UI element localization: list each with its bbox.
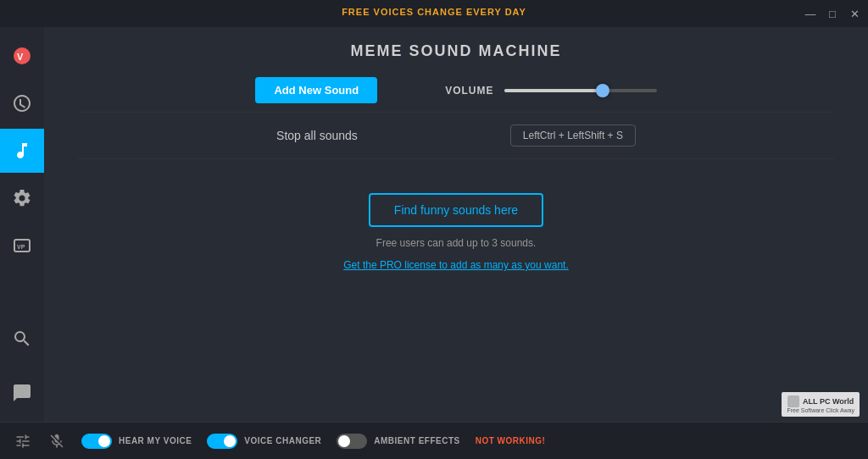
ambient-effects-group: AMBIENT EFFECTS xyxy=(337,434,459,449)
chat-icon xyxy=(12,383,32,403)
bottom-bar: HEAR MY VOICE VOICE CHANGER AMBIENT EFFE… xyxy=(0,422,868,459)
page-title-area: MEME SOUND MACHINE xyxy=(44,27,868,69)
svg-text:VP: VP xyxy=(17,244,25,250)
voice-changer-group: VOICE CHANGER xyxy=(207,434,321,449)
close-button[interactable]: ✕ xyxy=(848,7,861,20)
sidebar-item-search[interactable] xyxy=(0,317,44,361)
sidebar-item-settings[interactable] xyxy=(0,176,44,220)
free-users-text: Free users can add up to 3 sounds. xyxy=(376,237,537,249)
center-content: Find funny sounds here Free users can ad… xyxy=(44,159,868,288)
volume-control: VOLUME xyxy=(445,85,656,97)
sidebar-item-chat[interactable] xyxy=(0,371,44,415)
status-not-working: NOT WORKING! xyxy=(476,436,546,445)
sidebar-item-vp[interactable]: VP xyxy=(0,224,44,268)
add-sound-button[interactable]: Add New Sound xyxy=(255,77,377,103)
volume-slider[interactable] xyxy=(504,89,657,92)
pro-license-link[interactable]: Get the PRO license to add as many as yo… xyxy=(343,259,568,271)
ambient-effects-label: AMBIENT EFFECTS xyxy=(374,436,459,445)
search-icon xyxy=(12,329,32,349)
controls-row: Add New Sound VOLUME xyxy=(44,69,868,112)
announcement-text: FREE VOICES CHANGE EVERY DAY xyxy=(342,7,526,17)
stop-sounds-hotkey: LeftCtrl + LeftShift + S xyxy=(510,124,636,147)
voice-changer-toggle[interactable] xyxy=(207,434,237,449)
title-bar: FREE VOICES CHANGE EVERY DAY — □ ✕ xyxy=(0,0,868,27)
hear-my-voice-group: HEAR MY VOICE xyxy=(81,434,192,449)
ambient-effects-toggle[interactable] xyxy=(337,434,367,449)
ambient-effects-thumb xyxy=(338,435,350,447)
page-title: MEME SOUND MACHINE xyxy=(44,42,868,60)
window-controls: — □ ✕ xyxy=(804,7,861,20)
hear-my-voice-thumb xyxy=(98,435,110,447)
logo-icon: V xyxy=(12,46,32,66)
volume-label: VOLUME xyxy=(445,85,493,97)
voice-changer-thumb xyxy=(224,435,236,447)
stop-sounds-row: Stop all sounds LeftCtrl + LeftShift + S xyxy=(78,112,834,159)
vp-icon: VP xyxy=(12,235,32,256)
sidebar-item-effects[interactable] xyxy=(0,81,44,125)
stop-all-sounds-label: Stop all sounds xyxy=(276,129,358,142)
mic-muted-icon-button[interactable] xyxy=(47,432,66,451)
sidebar-item-sounds[interactable] xyxy=(0,129,44,173)
volume-thumb[interactable] xyxy=(596,84,609,97)
minimize-button[interactable]: — xyxy=(804,7,817,20)
mixer-icon-button[interactable] xyxy=(14,432,32,451)
content-area: MEME SOUND MACHINE Add New Sound VOLUME … xyxy=(44,27,868,422)
watermark: ALL PC World Free Software Click Away xyxy=(782,392,860,417)
find-sounds-button[interactable]: Find funny sounds here xyxy=(369,193,543,227)
music-note-icon xyxy=(12,141,32,161)
hear-my-voice-label: HEAR MY VOICE xyxy=(119,436,192,445)
hear-my-voice-toggle[interactable] xyxy=(81,434,112,449)
sidebar-item-logo[interactable]: V xyxy=(0,34,44,78)
gear-icon xyxy=(12,188,32,208)
volume-fill xyxy=(504,89,604,92)
svg-text:V: V xyxy=(17,52,24,62)
maximize-button[interactable]: □ xyxy=(826,7,839,20)
mic-muted-icon xyxy=(48,433,65,450)
voice-changer-label: VOICE CHANGER xyxy=(244,436,321,445)
effects-icon xyxy=(12,93,32,113)
mixer-icon xyxy=(14,433,31,450)
sidebar: V xyxy=(0,27,44,422)
